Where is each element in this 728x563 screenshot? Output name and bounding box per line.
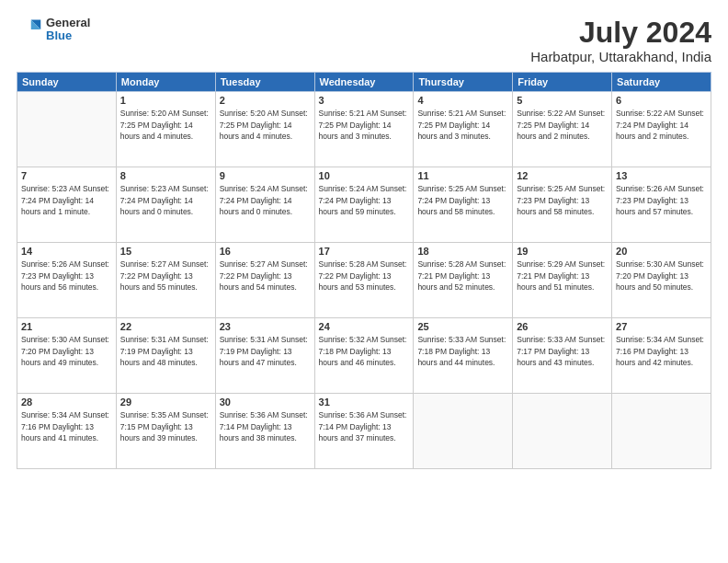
calendar-cell-5-3: 30Sunrise: 5:36 AM Sunset: 7:14 PM Dayli… (215, 394, 314, 469)
logo-general: General (46, 17, 90, 29)
day-number: 14 (21, 246, 112, 257)
day-info: Sunrise: 5:27 AM Sunset: 7:22 PM Dayligh… (120, 259, 211, 293)
title-block: July 2024 Harbatpur, Uttarakhand, India (530, 17, 711, 64)
day-number: 12 (517, 170, 608, 181)
day-number: 13 (616, 170, 707, 181)
calendar-cell-1-5: 4Sunrise: 5:21 AM Sunset: 7:25 PM Daylig… (414, 92, 513, 167)
calendar-cell-2-3: 9Sunrise: 5:24 AM Sunset: 7:24 PM Daylig… (215, 167, 314, 243)
calendar-header-sunday: Sunday (17, 73, 117, 92)
calendar-cell-5-1: 28Sunrise: 5:34 AM Sunset: 7:16 PM Dayli… (17, 394, 117, 469)
calendar-week-5: 28Sunrise: 5:34 AM Sunset: 7:16 PM Dayli… (17, 394, 711, 469)
day-number: 27 (616, 321, 707, 332)
day-info: Sunrise: 5:29 AM Sunset: 7:21 PM Dayligh… (517, 259, 608, 293)
calendar-cell-3-3: 16Sunrise: 5:27 AM Sunset: 7:22 PM Dayli… (215, 243, 314, 318)
day-info: Sunrise: 5:20 AM Sunset: 7:25 PM Dayligh… (120, 108, 211, 142)
day-number: 15 (120, 246, 211, 257)
calendar-cell-2-1: 7Sunrise: 5:23 AM Sunset: 7:24 PM Daylig… (17, 167, 117, 243)
calendar-cell-5-6 (513, 394, 612, 469)
subtitle: Harbatpur, Uttarakhand, India (530, 49, 711, 64)
calendar-cell-1-6: 5Sunrise: 5:22 AM Sunset: 7:25 PM Daylig… (513, 92, 612, 167)
day-number: 30 (220, 396, 311, 408)
day-number: 10 (319, 170, 410, 181)
day-number: 29 (120, 396, 211, 408)
calendar-header-wednesday: Wednesday (314, 73, 414, 92)
day-number: 24 (319, 321, 410, 332)
day-number: 23 (220, 321, 311, 332)
calendar-week-2: 7Sunrise: 5:23 AM Sunset: 7:24 PM Daylig… (17, 167, 711, 243)
calendar-cell-5-7 (612, 394, 711, 469)
day-info: Sunrise: 5:28 AM Sunset: 7:22 PM Dayligh… (319, 259, 410, 293)
day-info: Sunrise: 5:30 AM Sunset: 7:20 PM Dayligh… (21, 334, 112, 368)
day-number: 8 (120, 170, 211, 181)
calendar-cell-4-2: 22Sunrise: 5:31 AM Sunset: 7:19 PM Dayli… (116, 318, 215, 394)
day-info: Sunrise: 5:24 AM Sunset: 7:24 PM Dayligh… (319, 183, 410, 217)
calendar-cell-2-2: 8Sunrise: 5:23 AM Sunset: 7:24 PM Daylig… (116, 167, 215, 243)
day-number: 6 (616, 95, 707, 106)
day-info: Sunrise: 5:23 AM Sunset: 7:24 PM Dayligh… (120, 183, 211, 217)
day-info: Sunrise: 5:26 AM Sunset: 7:23 PM Dayligh… (21, 259, 112, 293)
day-info: Sunrise: 5:36 AM Sunset: 7:14 PM Dayligh… (220, 409, 311, 443)
day-info: Sunrise: 5:34 AM Sunset: 7:16 PM Dayligh… (21, 409, 112, 443)
day-number: 5 (517, 95, 608, 106)
main-title: July 2024 (530, 17, 711, 49)
calendar-cell-4-3: 23Sunrise: 5:31 AM Sunset: 7:19 PM Dayli… (215, 318, 314, 394)
day-info: Sunrise: 5:21 AM Sunset: 7:25 PM Dayligh… (417, 108, 508, 142)
day-info: Sunrise: 5:30 AM Sunset: 7:20 PM Dayligh… (616, 259, 707, 293)
calendar-cell-1-2: 1Sunrise: 5:20 AM Sunset: 7:25 PM Daylig… (116, 92, 215, 167)
calendar-cell-4-7: 27Sunrise: 5:34 AM Sunset: 7:16 PM Dayli… (612, 318, 711, 394)
day-info: Sunrise: 5:33 AM Sunset: 7:17 PM Dayligh… (517, 334, 608, 368)
calendar-cell-5-5 (414, 394, 513, 469)
day-info: Sunrise: 5:31 AM Sunset: 7:19 PM Dayligh… (220, 334, 311, 368)
day-info: Sunrise: 5:35 AM Sunset: 7:15 PM Dayligh… (120, 409, 211, 443)
calendar-cell-3-6: 19Sunrise: 5:29 AM Sunset: 7:21 PM Dayli… (513, 243, 612, 318)
calendar-week-3: 14Sunrise: 5:26 AM Sunset: 7:23 PM Dayli… (17, 243, 711, 318)
logo-icon (17, 17, 42, 42)
day-info: Sunrise: 5:24 AM Sunset: 7:24 PM Dayligh… (220, 183, 311, 217)
calendar-cell-1-4: 3Sunrise: 5:21 AM Sunset: 7:25 PM Daylig… (314, 92, 414, 167)
day-number: 19 (517, 246, 608, 257)
calendar-cell-3-1: 14Sunrise: 5:26 AM Sunset: 7:23 PM Dayli… (17, 243, 117, 318)
day-info: Sunrise: 5:26 AM Sunset: 7:23 PM Dayligh… (616, 183, 707, 217)
day-number: 25 (417, 321, 508, 332)
day-number: 28 (21, 396, 112, 408)
day-info: Sunrise: 5:25 AM Sunset: 7:24 PM Dayligh… (417, 183, 508, 217)
day-info: Sunrise: 5:33 AM Sunset: 7:18 PM Dayligh… (417, 334, 508, 368)
day-info: Sunrise: 5:36 AM Sunset: 7:14 PM Dayligh… (319, 409, 410, 443)
day-info: Sunrise: 5:22 AM Sunset: 7:25 PM Dayligh… (517, 108, 608, 142)
calendar-header-thursday: Thursday (414, 73, 513, 92)
logo-blue: Blue (46, 29, 90, 42)
calendar-cell-2-5: 11Sunrise: 5:25 AM Sunset: 7:24 PM Dayli… (414, 167, 513, 243)
logo: General Blue (17, 17, 90, 43)
calendar-cell-3-4: 17Sunrise: 5:28 AM Sunset: 7:22 PM Dayli… (314, 243, 414, 318)
day-number: 2 (220, 95, 311, 106)
calendar-cell-2-6: 12Sunrise: 5:25 AM Sunset: 7:23 PM Dayli… (513, 167, 612, 243)
day-number: 18 (417, 246, 508, 257)
calendar-table: SundayMondayTuesdayWednesdayThursdayFrid… (17, 72, 711, 469)
calendar-cell-3-7: 20Sunrise: 5:30 AM Sunset: 7:20 PM Dayli… (612, 243, 711, 318)
day-info: Sunrise: 5:27 AM Sunset: 7:22 PM Dayligh… (220, 259, 311, 293)
day-number: 22 (120, 321, 211, 332)
day-info: Sunrise: 5:23 AM Sunset: 7:24 PM Dayligh… (21, 183, 112, 217)
day-info: Sunrise: 5:28 AM Sunset: 7:21 PM Dayligh… (417, 259, 508, 293)
day-number: 16 (220, 246, 311, 257)
calendar-cell-5-2: 29Sunrise: 5:35 AM Sunset: 7:15 PM Dayli… (116, 394, 215, 469)
calendar-cell-1-1 (17, 92, 117, 167)
calendar-cell-1-3: 2Sunrise: 5:20 AM Sunset: 7:25 PM Daylig… (215, 92, 314, 167)
calendar-cell-4-1: 21Sunrise: 5:30 AM Sunset: 7:20 PM Dayli… (17, 318, 117, 394)
day-number: 9 (220, 170, 311, 181)
calendar-week-1: 1Sunrise: 5:20 AM Sunset: 7:25 PM Daylig… (17, 92, 711, 167)
calendar-header-saturday: Saturday (612, 73, 711, 92)
day-number: 3 (319, 95, 410, 106)
calendar-cell-4-4: 24Sunrise: 5:32 AM Sunset: 7:18 PM Dayli… (314, 318, 414, 394)
calendar-cell-4-5: 25Sunrise: 5:33 AM Sunset: 7:18 PM Dayli… (414, 318, 513, 394)
calendar-header-row: SundayMondayTuesdayWednesdayThursdayFrid… (17, 73, 711, 92)
calendar-cell-3-5: 18Sunrise: 5:28 AM Sunset: 7:21 PM Dayli… (414, 243, 513, 318)
day-number: 17 (319, 246, 410, 257)
day-number: 7 (21, 170, 112, 181)
calendar-cell-1-7: 6Sunrise: 5:22 AM Sunset: 7:24 PM Daylig… (612, 92, 711, 167)
day-number: 20 (616, 246, 707, 257)
header: General Blue July 2024 Harbatpur, Uttara… (17, 17, 711, 64)
day-info: Sunrise: 5:22 AM Sunset: 7:24 PM Dayligh… (616, 108, 707, 142)
calendar-cell-2-4: 10Sunrise: 5:24 AM Sunset: 7:24 PM Dayli… (314, 167, 414, 243)
day-info: Sunrise: 5:32 AM Sunset: 7:18 PM Dayligh… (319, 334, 410, 368)
